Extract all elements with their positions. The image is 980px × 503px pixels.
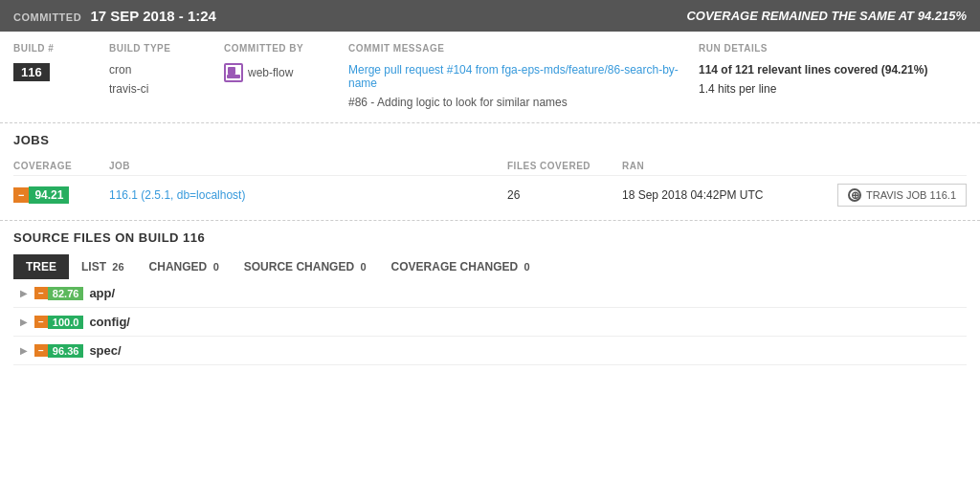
- tab-changed[interactable]: CHANGED 0: [137, 254, 232, 279]
- committed-label: COMMITTED: [13, 11, 81, 23]
- build-type-label: BUILD TYPE: [109, 43, 224, 54]
- committed-by-user: web-flow: [224, 63, 348, 82]
- run-details-label: RUN DETAILS: [699, 43, 967, 54]
- tab-source-changed-count: 0: [360, 261, 366, 273]
- source-files-title: SOURCE FILES ON BUILD 116: [13, 230, 967, 245]
- files-covered-cell: 26: [507, 188, 622, 202]
- jobs-table-header: COVERAGE JOB FILES COVERED RAN: [13, 157, 967, 175]
- committed-by-name: web-flow: [248, 66, 293, 79]
- tab-list[interactable]: LIST 26: [69, 254, 137, 279]
- action-cell: ⊕ TRAVIS JOB 116.1: [813, 184, 967, 207]
- build-label: BUILD #: [13, 43, 109, 54]
- tab-coverage-changed-count: 0: [524, 261, 530, 273]
- file-score-config: 100.0: [48, 316, 84, 329]
- tab-tree[interactable]: TREE: [13, 254, 69, 279]
- file-row-config: ▶ − 100.0 config/: [13, 308, 967, 337]
- build-type-col: BUILD TYPE cron travis-ci: [109, 43, 224, 109]
- user-icon: [224, 63, 243, 82]
- file-name-config[interactable]: config/: [89, 315, 130, 329]
- coverage-remained-text: COVERAGE REMAINED THE SAME AT 94.215%: [686, 9, 967, 23]
- file-row-app: ▶ − 82.76 app/: [13, 279, 967, 308]
- tab-source-changed-label: SOURCE CHANGED: [244, 260, 354, 273]
- committed-info: COMMITTED 17 SEP 2018 - 1:24: [13, 8, 216, 24]
- build-info-section: BUILD # 116 BUILD TYPE cron travis-ci CO…: [0, 32, 980, 123]
- header-bar: COMMITTED 17 SEP 2018 - 1:24 COVERAGE RE…: [0, 0, 980, 32]
- th-files-covered: FILES COVERED: [507, 161, 622, 171]
- run-details-col: RUN DETAILS 114 of 121 relevant lines co…: [699, 43, 967, 109]
- run-coverage-text: 114 of 121 relevant lines covered (94.21…: [699, 63, 927, 77]
- commit-sub-line2: #86 - Adding logic to look for similar n…: [348, 96, 699, 109]
- th-ran: RAN: [622, 161, 813, 171]
- build-number: 116: [13, 63, 50, 81]
- file-row-spec: ▶ − 96.36 spec/: [13, 337, 967, 365]
- file-score-app: 82.76: [48, 287, 84, 300]
- tab-list-label: LIST: [81, 260, 106, 273]
- chevron-icon-app[interactable]: ▶: [19, 289, 29, 298]
- th-coverage: COVERAGE: [13, 161, 109, 171]
- run-hits-stat: 1.4 hits per line: [699, 82, 967, 96]
- job-cell: 116.1 (2.5.1, db=localhost): [109, 188, 507, 202]
- chevron-icon-config[interactable]: ▶: [19, 317, 29, 327]
- file-coverage-badge-config: − 100.0: [34, 316, 83, 329]
- run-coverage-stat: 114 of 121 relevant lines covered (94.21…: [699, 63, 967, 77]
- coverage-score: 94.21: [29, 186, 69, 204]
- committed-by-label: COMMITTED BY: [224, 43, 348, 54]
- source-tabs: TREE LIST 26 CHANGED 0 SOURCE CHANGED 0 …: [13, 254, 967, 279]
- committed-date: 17 SEP 2018 - 1:24: [90, 8, 215, 24]
- tab-tree-label: TREE: [26, 260, 56, 273]
- th-action: [813, 161, 967, 171]
- committed-by-col: COMMITTED BY web-flow: [224, 43, 348, 109]
- tab-list-count: 26: [112, 261, 123, 273]
- file-minus-icon-spec: −: [34, 344, 48, 357]
- build-type-cron: cron: [109, 63, 224, 77]
- ran-cell: 18 Sep 2018 04:42PM UTC: [622, 188, 813, 202]
- build-type-travis: travis-ci: [109, 82, 224, 96]
- job-coverage-cell: − 94.21: [13, 186, 109, 204]
- file-minus-icon-config: −: [34, 316, 48, 328]
- th-job: JOB: [109, 161, 507, 171]
- jobs-section-title: JOBS: [13, 133, 967, 147]
- build-col: BUILD # 116: [13, 43, 109, 109]
- jobs-section: JOBS COVERAGE JOB FILES COVERED RAN − 94…: [0, 123, 980, 221]
- coverage-badge: − 94.21: [13, 186, 69, 204]
- file-tree: ▶ − 82.76 app/ ▶ − 100.0 config/ ▶ − 96.…: [13, 279, 967, 365]
- file-score-spec: 96.36: [48, 344, 84, 358]
- tab-changed-count: 0: [213, 261, 219, 273]
- job-row: − 94.21 116.1 (2.5.1, db=localhost) 26 1…: [13, 175, 967, 214]
- commit-message-label: COMMIT MESSAGE: [348, 43, 699, 54]
- tab-source-changed[interactable]: SOURCE CHANGED 0: [232, 254, 379, 279]
- commit-message-col: COMMIT MESSAGE Merge pull request #104 f…: [348, 43, 699, 109]
- file-name-app[interactable]: app/: [89, 286, 115, 300]
- chevron-icon-spec[interactable]: ▶: [19, 346, 29, 356]
- source-files-section: SOURCE FILES ON BUILD 116 TREE LIST 26 C…: [0, 221, 980, 371]
- commit-link-line1[interactable]: Merge pull request #104 from fga-eps-mds…: [348, 63, 699, 90]
- job-link[interactable]: 116.1 (2.5.1, db=localhost): [109, 188, 245, 202]
- travis-job-label: TRAVIS JOB 116.1: [866, 189, 956, 201]
- file-coverage-badge-app: − 82.76: [34, 287, 83, 300]
- tab-changed-label: CHANGED: [149, 260, 208, 273]
- travis-job-button[interactable]: ⊕ TRAVIS JOB 116.1: [837, 184, 967, 207]
- tab-coverage-changed[interactable]: COVERAGE CHANGED 0: [379, 254, 543, 279]
- circle-plus-icon: ⊕: [848, 188, 861, 202]
- file-name-spec[interactable]: spec/: [89, 343, 121, 358]
- file-minus-icon-app: −: [34, 287, 48, 299]
- tab-coverage-changed-label: COVERAGE CHANGED: [391, 260, 519, 273]
- minus-icon: −: [13, 187, 29, 203]
- file-coverage-badge-spec: − 96.36: [34, 344, 83, 358]
